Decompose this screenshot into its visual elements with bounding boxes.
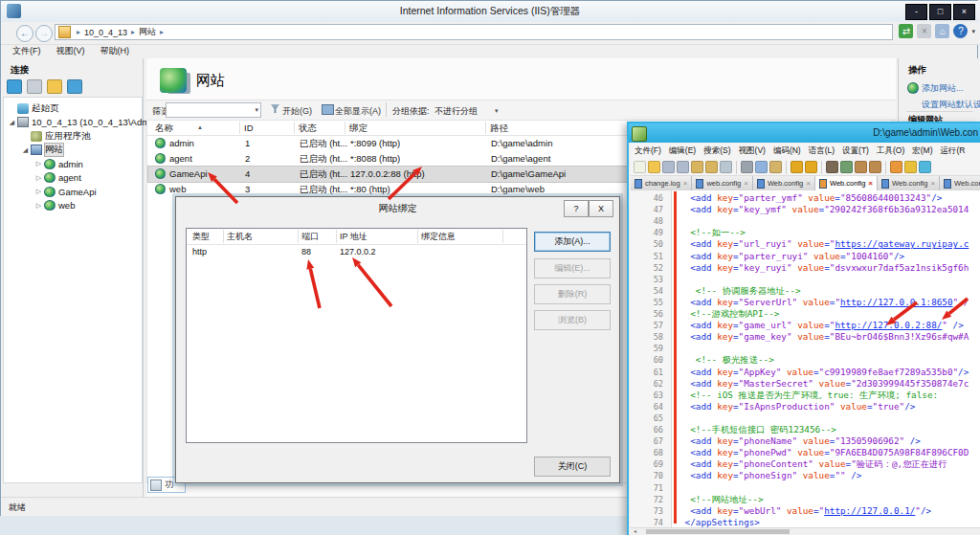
tree-item-网站[interactable]: ◢网站	[21, 144, 63, 157]
binding-cell-0[interactable]: http	[192, 247, 207, 256]
breadcrumb-item[interactable]: 10_0_4_13	[84, 28, 127, 37]
tree-item-agent[interactable]: ▷agent	[34, 171, 81, 185]
column-header-状态[interactable]: 状态	[299, 123, 317, 135]
np-menu-语[interactable]: 语言(L)	[805, 143, 838, 159]
play-macro-icon[interactable]	[904, 161, 917, 173]
close-button[interactable]: 关闭(C)	[534, 457, 611, 477]
save-connections-icon[interactable]	[27, 79, 42, 94]
cut-icon[interactable]	[741, 161, 753, 173]
np-menu-宏[interactable]: 宏(M)	[908, 143, 936, 159]
breadcrumb[interactable]: ▸10_0_4_13▸网站▸	[55, 24, 893, 40]
home-icon[interactable]: ⌂	[935, 24, 949, 38]
editor-tab-3[interactable]: Web.config×	[815, 176, 878, 190]
binding-cell-3[interactable]: 127.0.0.2	[340, 247, 376, 256]
delete-connection-icon[interactable]	[67, 79, 82, 94]
replace-icon[interactable]	[840, 161, 853, 173]
record-macro-icon[interactable]	[890, 161, 902, 173]
show-all-button[interactable]: 全部显示(A)	[335, 105, 381, 118]
column-header-ID[interactable]: ID	[244, 123, 254, 133]
tab-close-icon[interactable]: ×	[683, 179, 688, 188]
close-all-icon[interactable]	[705, 161, 718, 173]
menu-帮[interactable]: 帮助(H)	[97, 44, 134, 58]
stop-icon[interactable]: ×	[917, 24, 931, 38]
save-icon[interactable]	[662, 161, 675, 173]
tree-item-应用程序池[interactable]: 应用程序池	[21, 129, 91, 143]
zoom-out-icon[interactable]	[869, 161, 881, 173]
find-icon[interactable]	[826, 161, 838, 173]
undo-icon[interactable]	[791, 161, 803, 173]
tree-item-web[interactable]: ▷web	[34, 199, 75, 212]
np-menu-编[interactable]: 编辑(E)	[665, 143, 700, 159]
close-icon[interactable]	[691, 161, 703, 173]
editor-tab-1[interactable]: web.config×	[692, 176, 753, 190]
column-header-名称[interactable]: 名称	[155, 123, 173, 135]
connect-server-icon[interactable]	[7, 79, 22, 94]
paste-icon[interactable]	[769, 161, 782, 173]
zoom-in-icon[interactable]	[855, 161, 867, 173]
copy-icon[interactable]	[755, 161, 768, 173]
tab-close-icon[interactable]: ×	[930, 179, 935, 188]
tree-item-GameApi[interactable]: ▷GameApi	[34, 185, 97, 198]
expand-icon[interactable]: ▷	[34, 174, 43, 182]
scroll-thumb[interactable]	[646, 529, 790, 534]
chevron-down-icon[interactable]: ▾	[495, 107, 894, 115]
code-editor[interactable]: 46 <add key="parter_ymf" value="85608644…	[631, 190, 980, 527]
wrap-icon[interactable]	[919, 161, 931, 173]
expand-icon[interactable]: ▷	[34, 188, 43, 195]
column-header-路径[interactable]: 路径	[490, 123, 508, 135]
np-menu-视[interactable]: 视图(V)	[735, 143, 769, 159]
forward-button[interactable]: →	[35, 25, 53, 42]
minimize-button[interactable]: -	[905, 4, 927, 20]
back-button[interactable]: ←	[16, 25, 33, 42]
expand-icon[interactable]: ▷	[34, 160, 43, 167]
help-button[interactable]: ?	[564, 200, 589, 217]
editor-tab-2[interactable]: Web.config×	[753, 176, 815, 190]
restart-icon[interactable]: ⇄	[899, 24, 913, 38]
tab-close-icon[interactable]: ×	[868, 179, 873, 188]
menu-视[interactable]: 视图(V)	[53, 44, 89, 58]
np-menu-运[interactable]: 运行(R	[936, 143, 969, 159]
collapse-icon[interactable]: ◢	[8, 119, 16, 126]
np-menu-文[interactable]: 文件(F)	[631, 143, 665, 159]
scroll-left-icon[interactable]: ◄	[633, 528, 637, 535]
breadcrumb-item[interactable]: 网站	[139, 26, 156, 38]
np-menu-编[interactable]: 编码(N)	[769, 143, 805, 159]
np-menu-工[interactable]: 工具(O)	[873, 143, 908, 159]
tree-item-起始页[interactable]: 起始页	[8, 101, 59, 115]
binding-column-2[interactable]: 端口	[301, 231, 319, 243]
binding-column-4[interactable]: 绑定信息	[421, 231, 456, 243]
filter-go-button[interactable]: 开始(G)	[282, 105, 312, 118]
chevron-down-icon[interactable]: ▾	[971, 28, 975, 35]
tree-item-admin[interactable]: ▷admin	[34, 157, 83, 170]
binding-column-0[interactable]: 类型	[192, 231, 210, 243]
tab-close-icon[interactable]: ×	[744, 179, 748, 188]
print-icon[interactable]	[720, 161, 732, 173]
binding-column-1[interactable]: 主机名	[227, 231, 253, 243]
expand-icon[interactable]: ▷	[34, 202, 43, 210]
save-all-icon[interactable]	[677, 161, 689, 173]
editor-tab-0[interactable]: change.log×	[631, 176, 692, 190]
help-icon[interactable]: ?	[953, 24, 968, 38]
binding-cell-2[interactable]: 88	[301, 247, 311, 256]
filter-input[interactable]: ▾	[166, 102, 261, 118]
add-button[interactable]: 添加(A)...	[534, 232, 611, 252]
editor-horizontal-scrollbar[interactable]: ◄	[631, 527, 980, 535]
close-button[interactable]: ×	[953, 4, 975, 20]
column-header-绑定[interactable]: 绑定	[349, 123, 368, 135]
editor-tab-4[interactable]: Web.config×	[878, 176, 940, 190]
editor-tab-5[interactable]: Web.config×	[940, 176, 980, 190]
action-link-set-defaults[interactable]: 设置网站默认设置...	[922, 99, 980, 111]
np-menu-搜[interactable]: 搜索(S)	[700, 143, 734, 159]
collapse-icon[interactable]: ◢	[21, 146, 30, 154]
menu-文[interactable]: 文件(F)	[9, 44, 45, 58]
open-folder-icon[interactable]	[648, 161, 660, 173]
tab-close-icon[interactable]: ×	[806, 179, 811, 188]
new-file-icon[interactable]	[634, 161, 646, 173]
np-menu-设[interactable]: 设置(T)	[838, 143, 873, 159]
binding-column-3[interactable]: IP 地址	[340, 231, 368, 243]
group-by-dropdown[interactable]: 不进行分组	[434, 105, 478, 118]
up-folder-icon[interactable]	[47, 79, 62, 94]
maximize-button[interactable]: □	[929, 4, 951, 20]
redo-icon[interactable]	[805, 161, 817, 173]
close-icon[interactable]: X	[589, 200, 613, 217]
